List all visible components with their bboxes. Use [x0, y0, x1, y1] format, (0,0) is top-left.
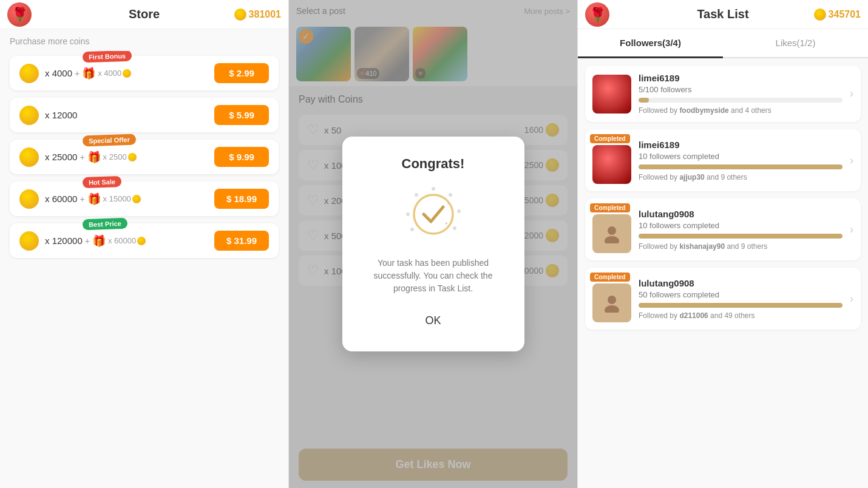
middle-panel: Select a post More posts > ✓ ♥ 410 ♥ Pay… — [289, 0, 578, 488]
hot-sale-badge: Hot Sale — [83, 176, 122, 188]
task-progress-bar-2 — [639, 164, 843, 169]
best-price-badge: Best Price — [83, 218, 127, 231]
store-coins: 381001 — [234, 8, 281, 21]
task-username-4: lulutang0908 — [639, 278, 843, 288]
task-list: limei6189 5/100 followers Followed by fo… — [578, 58, 868, 488]
svg-point-1 — [449, 193, 452, 197]
task-info-4: lulutang0908 50 followers completed Foll… — [639, 278, 843, 320]
task-header: Task List 345701 — [578, 0, 868, 29]
task-item-3: Completed lulutang0908 10 followers comp… — [585, 198, 861, 260]
task-progress-bar-3 — [639, 234, 843, 239]
item-bonus-amount-4: x 15000 — [103, 194, 131, 203]
item-amount-5: x 120000 — [45, 236, 83, 246]
svg-point-13 — [608, 296, 616, 304]
item-amount-2: x 12000 — [45, 110, 77, 120]
task-followers-text-1: Followed by foodbymyside and 4 others — [639, 106, 843, 115]
task-avatar-1 — [592, 75, 631, 114]
tab-followers[interactable]: Followers(3/4) — [578, 29, 723, 58]
modal-checkmark: ✦ ✦ ✦ — [403, 184, 464, 245]
item-coin-4 — [19, 189, 39, 209]
task-username-1: limei6189 — [639, 73, 843, 83]
store-header: Store 381001 — [0, 0, 288, 29]
task-coin-amount: 345701 — [829, 9, 861, 20]
item-details-5: x 120000 + 🎁 x 60000 — [45, 234, 214, 248]
store-item-3: Special Offer x 25000 + 🎁 x 2500 $ 9.99 — [10, 140, 279, 174]
tab-likes[interactable]: Likes(1/2) — [723, 29, 868, 58]
item-gift-3: 🎁 — [87, 151, 101, 164]
store-item-2: x 12000 $ 5.99 — [10, 98, 279, 132]
item-bonus-amount-3: x 2500 — [103, 152, 127, 161]
item-coin-1 — [19, 64, 39, 83]
item-bonus-coin-3 — [128, 153, 137, 161]
svg-point-4 — [415, 193, 418, 197]
task-chevron-4[interactable]: › — [850, 293, 853, 305]
item-coin-5 — [19, 231, 39, 251]
avatar-rose-2 — [592, 145, 631, 184]
store-title: Store — [129, 7, 160, 21]
svg-point-10 — [414, 195, 453, 234]
item-amount-4: x 60000 — [45, 194, 77, 204]
purchase-label: Purchase more coins — [0, 29, 288, 51]
special-offer-badge: Special Offer — [83, 134, 136, 146]
svg-point-5 — [406, 212, 410, 216]
task-progress-text-3: 10 followers completed — [639, 221, 843, 230]
task-progress-text-4: 50 followers completed — [639, 290, 843, 299]
item-gift-1: 🎁 — [82, 67, 95, 80]
avatar-default-4 — [592, 283, 631, 322]
task-followers-text-3: Followed by kishanajay90 and 9 others — [639, 242, 843, 251]
item-plus-5: + — [85, 236, 90, 246]
item-bonus-amount-1: x 4000 — [98, 69, 121, 78]
avatar-rose-1 — [592, 75, 631, 114]
item-details-1: x 4000 + 🎁 x 4000 — [45, 67, 214, 80]
coin-icon — [234, 8, 246, 21]
task-username-3: lulutang0908 — [639, 209, 843, 219]
task-progress-fill-2 — [639, 164, 843, 169]
svg-point-14 — [605, 305, 619, 313]
item-bonus-amount-5: x 60000 — [108, 236, 136, 245]
item-gift-4: 🎁 — [87, 192, 101, 206]
task-followers-text-2: Followed by ajjup30 and 9 others — [639, 173, 843, 181]
task-chevron-2[interactable]: › — [850, 154, 853, 167]
store-item-5: Best Price x 120000 + 🎁 x 60000 $ 31.99 — [10, 223, 279, 258]
buy-button-5[interactable]: $ 31.99 — [214, 231, 269, 251]
buy-button-1[interactable]: $ 2.99 — [214, 63, 269, 83]
buy-button-3[interactable]: $ 9.99 — [214, 147, 269, 167]
task-title: Task List — [697, 7, 748, 21]
item-details-2: x 12000 — [45, 110, 214, 120]
task-item-2: Completed limei6189 10 followers complet… — [585, 129, 861, 191]
task-progress-text-2: 10 followers completed — [639, 152, 843, 161]
item-coin-2 — [19, 106, 39, 125]
task-coins: 345701 — [814, 8, 861, 21]
item-details-3: x 25000 + 🎁 x 2500 — [45, 151, 214, 164]
store-items-list: First Bonus x 4000 + 🎁 x 4000 $ 2.99 x 1… — [0, 51, 288, 488]
task-progress-fill-1 — [639, 98, 649, 103]
task-chevron-3[interactable]: › — [850, 223, 853, 236]
store-coin-amount: 381001 — [249, 9, 281, 20]
modal-message: Your task has been published successfull… — [359, 257, 507, 295]
modal-overlay: Congrats! ✦ ✦ ✦ — [289, 0, 577, 488]
item-plus-4: + — [80, 194, 84, 204]
buy-button-4[interactable]: $ 18.99 — [214, 189, 269, 209]
svg-point-11 — [608, 226, 616, 235]
item-bonus-3: x 2500 — [103, 152, 137, 161]
task-avatar-3 — [592, 214, 631, 253]
task-progress-bar-1 — [639, 98, 843, 103]
task-info-2: limei6189 10 followers completed Followe… — [639, 140, 843, 181]
svg-point-3 — [453, 226, 456, 230]
item-bonus-5: x 60000 — [108, 236, 146, 245]
task-progress-text-1: 5/100 followers — [639, 85, 843, 94]
item-amount-3: x 25000 — [45, 152, 77, 162]
item-details-4: x 60000 + 🎁 x 15000 — [45, 192, 214, 206]
store-logo — [7, 2, 32, 27]
task-chevron-1[interactable]: › — [850, 87, 853, 100]
congrats-modal: Congrats! ✦ ✦ ✦ — [342, 137, 524, 351]
store-item-4: Hot Sale x 60000 + 🎁 x 15000 $ 18.99 — [10, 181, 279, 216]
task-logo — [585, 2, 609, 27]
item-coin-3 — [19, 147, 39, 167]
buy-button-2[interactable]: $ 5.99 — [214, 105, 269, 125]
task-avatar-4 — [592, 283, 631, 322]
task-item-1: limei6189 5/100 followers Followed by fo… — [585, 66, 861, 122]
item-bonus-coin-5 — [137, 237, 146, 245]
task-progress-bar-4 — [639, 303, 843, 308]
modal-ok-button[interactable]: OK — [401, 310, 465, 332]
